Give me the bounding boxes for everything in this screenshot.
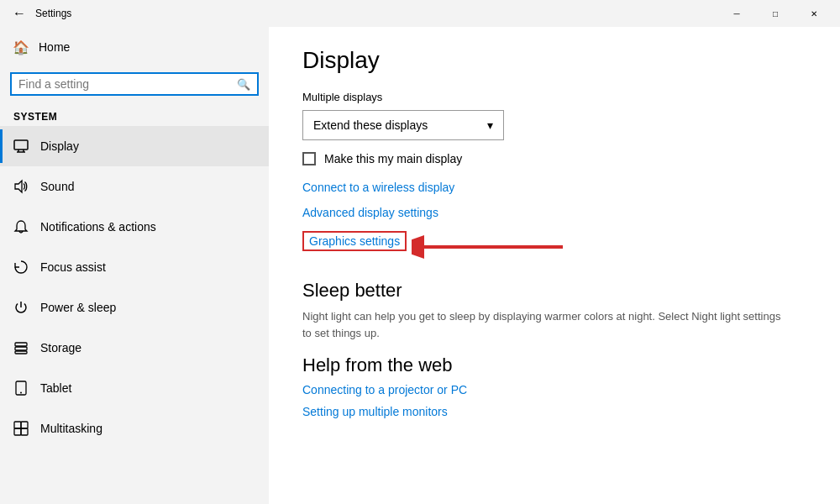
- app-title: Settings: [35, 8, 71, 19]
- svg-rect-12: [14, 428, 21, 435]
- content-area: Display Multiple displays Extend these d…: [269, 27, 840, 504]
- sidebar-item-focus-label: Focus assist: [40, 260, 106, 274]
- sidebar-item-notifications-label: Notifications & actions: [40, 220, 156, 234]
- tablet-icon: [13, 381, 29, 396]
- search-box[interactable]: 🔍: [10, 72, 259, 96]
- svg-rect-6: [15, 347, 27, 350]
- maximize-button[interactable]: □: [756, 0, 795, 27]
- multitasking-icon: [13, 421, 29, 436]
- focus-icon: [13, 260, 29, 275]
- search-input[interactable]: [18, 77, 232, 91]
- notifications-icon: [13, 219, 29, 234]
- home-label: Home: [39, 40, 70, 54]
- svg-rect-0: [14, 140, 28, 150]
- advanced-display-link[interactable]: Advanced display settings: [302, 206, 806, 219]
- maximize-icon: □: [773, 9, 778, 18]
- display-icon: [13, 139, 29, 154]
- close-icon: ✕: [811, 9, 817, 18]
- sidebar-item-sound-label: Sound: [40, 180, 74, 193]
- back-button[interactable]: ←: [7, 1, 32, 26]
- sidebar-item-sound[interactable]: Sound: [0, 166, 269, 207]
- svg-rect-10: [14, 422, 21, 428]
- help-link-multiple[interactable]: Setting up multiple monitors: [302, 405, 806, 418]
- search-icon: 🔍: [237, 78, 250, 91]
- titlebar: ← Settings ─ □ ✕: [0, 0, 840, 27]
- sidebar-item-display[interactable]: Display: [0, 126, 269, 166]
- window-controls: ─ □ ✕: [717, 0, 833, 27]
- sidebar-item-storage[interactable]: Storage: [0, 328, 269, 368]
- sidebar-item-multitasking-label: Multitasking: [40, 422, 102, 435]
- graphics-settings-row: Graphics settings: [302, 231, 806, 263]
- main-display-checkbox[interactable]: [302, 152, 316, 165]
- sidebar-item-storage-label: Storage: [40, 341, 81, 354]
- main-display-label: Make this my main display: [324, 152, 462, 165]
- sleep-body: Night light can help you get to sleep by…: [302, 308, 790, 341]
- power-icon: [13, 300, 29, 315]
- page-title: Display: [302, 47, 806, 74]
- sidebar-item-focus[interactable]: Focus assist: [0, 247, 269, 287]
- sidebar-item-power-label: Power & sleep: [40, 301, 116, 314]
- sidebar-item-home[interactable]: 🏠 Home: [0, 27, 269, 67]
- home-icon: 🏠: [13, 39, 29, 55]
- sidebar-item-tablet-label: Tablet: [40, 381, 71, 395]
- sleep-heading: Sleep better: [302, 280, 806, 302]
- dropdown-value: Extend these displays: [313, 118, 428, 132]
- back-icon: ←: [13, 6, 26, 21]
- svg-rect-5: [15, 343, 27, 346]
- sidebar-item-tablet[interactable]: Tablet: [0, 368, 269, 408]
- minimize-icon: ─: [733, 9, 739, 18]
- wireless-display-link[interactable]: Connect to a wireless display: [302, 181, 806, 194]
- storage-icon: [13, 340, 29, 355]
- close-button[interactable]: ✕: [795, 0, 833, 27]
- main-layout: 🏠 Home 🔍 System Display Sound: [0, 27, 840, 504]
- sidebar-item-multitasking[interactable]: Multitasking: [0, 408, 269, 449]
- dropdown-wrapper: Extend these displays ▾: [302, 110, 806, 140]
- sidebar-item-power[interactable]: Power & sleep: [0, 287, 269, 328]
- svg-rect-11: [21, 422, 28, 428]
- sidebar-item-notifications[interactable]: Notifications & actions: [0, 207, 269, 247]
- sidebar: 🏠 Home 🔍 System Display Sound: [0, 27, 269, 504]
- help-link-projector[interactable]: Connecting to a projector or PC: [302, 383, 806, 396]
- multiple-displays-dropdown[interactable]: Extend these displays ▾: [302, 110, 504, 140]
- annotation-arrow-svg: [412, 232, 580, 262]
- help-heading: Help from the web: [302, 354, 806, 376]
- sidebar-section-system: System: [0, 104, 269, 126]
- sidebar-item-display-label: Display: [40, 139, 79, 153]
- graphics-settings-link[interactable]: Graphics settings: [302, 231, 407, 251]
- multiple-displays-label: Multiple displays: [302, 91, 806, 103]
- svg-marker-4: [15, 181, 22, 192]
- main-display-row: Make this my main display: [302, 152, 806, 165]
- dropdown-chevron-icon: ▾: [487, 118, 493, 132]
- svg-point-9: [20, 392, 22, 394]
- minimize-button[interactable]: ─: [717, 0, 756, 27]
- sound-icon: [13, 179, 29, 194]
- svg-rect-7: [15, 351, 27, 354]
- svg-rect-13: [21, 428, 28, 435]
